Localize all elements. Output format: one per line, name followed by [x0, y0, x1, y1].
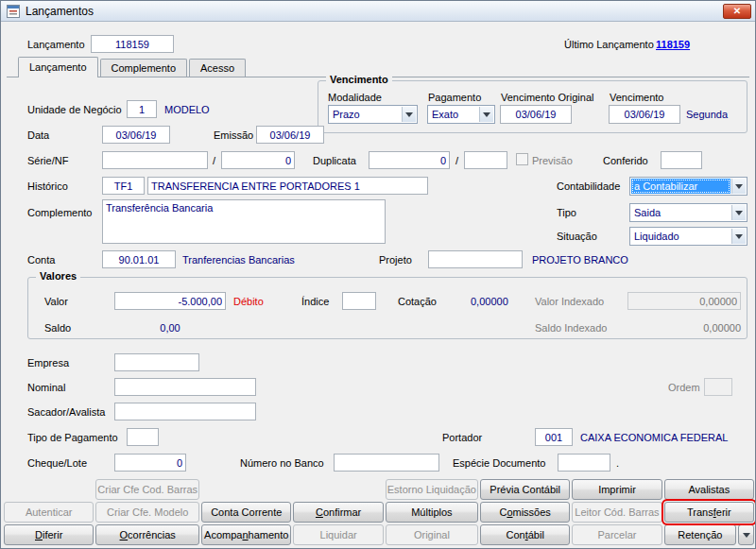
pagamento-combobox[interactable]: Exato: [427, 105, 495, 124]
situacao-label: Situação: [557, 231, 597, 242]
conta-input[interactable]: [102, 250, 176, 268]
tipo-pagamento-input[interactable]: [127, 428, 159, 446]
pagamento-dropdown-icon[interactable]: [479, 107, 493, 122]
complemento-label: Complemento: [27, 207, 92, 218]
cotacao-label: Cotação: [398, 296, 437, 307]
serie-nf-input2[interactable]: [221, 151, 295, 169]
valor-debito-flag: Débito: [233, 296, 264, 307]
situacao-combobox[interactable]: Liquidado: [629, 227, 747, 246]
especie-documento-input[interactable]: [558, 454, 610, 472]
tab-complemento[interactable]: Complemento: [100, 59, 187, 77]
historico-desc-input[interactable]: [147, 177, 428, 195]
saldo-label: Saldo: [44, 322, 71, 334]
vencimento-original-input[interactable]: [500, 105, 572, 124]
tab-acesso-label: Acesso: [200, 62, 234, 74]
empty-button-cell: [201, 479, 291, 500]
emissao-input[interactable]: [256, 126, 324, 144]
button-diferir[interactable]: Diferir: [4, 524, 94, 545]
vencimento-group-title: Vencimento: [326, 74, 392, 85]
button-conta-corrente[interactable]: Conta Corrente: [201, 502, 291, 523]
modalidade-dropdown-icon[interactable]: [402, 107, 416, 122]
conta-desc: Tranferencias Bancarias: [182, 254, 295, 266]
valor-input[interactable]: [114, 292, 226, 310]
serie-nf-separator: /: [213, 155, 215, 166]
ultimo-lancamento-label: Último Lançamento: [564, 39, 654, 50]
saldo-indexado-label: Saldo Indexado: [535, 322, 607, 334]
serie-nf-input[interactable]: [102, 151, 208, 169]
numero-banco-label: Número no Banco: [240, 457, 324, 469]
complemento-textarea[interactable]: Transferência Bancaria: [102, 199, 386, 244]
cheque-lote-input[interactable]: [114, 454, 186, 472]
button-original: Original: [386, 524, 478, 545]
tab-acesso[interactable]: Acesso: [189, 59, 246, 77]
empty-button-cell: [4, 479, 94, 500]
sacador-avalista-input[interactable]: [114, 403, 256, 420]
saldo-indexado-value: 0,00000: [627, 322, 741, 334]
valores-group-title: Valores: [36, 270, 80, 282]
indice-label: Índice: [301, 296, 329, 307]
window-icon: [7, 5, 20, 18]
button-contabil[interactable]: Contábil: [480, 524, 570, 545]
tab-complemento-label: Complemento: [112, 62, 176, 74]
contabilidade-value: a Contabilizar: [631, 179, 730, 194]
portador-label: Portador: [442, 432, 482, 443]
contabilidade-combobox[interactable]: a Contabilizar: [629, 177, 747, 196]
situacao-dropdown-icon[interactable]: [731, 229, 746, 244]
button-previa-contabil[interactable]: Prévia Contábil: [480, 479, 570, 500]
tipo-combobox[interactable]: Saida: [629, 203, 747, 222]
button-imprimir[interactable]: Imprimir: [572, 479, 662, 500]
duplicata-input[interactable]: [369, 151, 450, 169]
tipo-dropdown-icon[interactable]: [731, 205, 746, 220]
emissao-label: Emissão: [214, 129, 253, 141]
button-confirmar[interactable]: Confirmar: [293, 502, 383, 523]
data-input[interactable]: [102, 126, 170, 144]
unidade-negocio-input[interactable]: [127, 100, 157, 118]
modalidade-value: Prazo: [330, 107, 401, 122]
empresa-label: Empresa: [27, 357, 69, 369]
portador-desc: CAIXA ECONOMICA FEDERAL: [580, 432, 728, 443]
button-ocorrencias[interactable]: Ocorrências: [95, 524, 199, 545]
lancamento-number-input[interactable]: [91, 35, 174, 53]
historico-label: Histórico: [27, 180, 68, 192]
valor-indexado-input: [627, 292, 741, 310]
button-retencao[interactable]: Retenção: [664, 524, 736, 545]
numero-banco-input[interactable]: [334, 454, 439, 472]
tab-lancamento-label: Lançamento: [29, 61, 87, 73]
duplicata-label: Duplicata: [313, 155, 356, 166]
valor-indexado-label: Valor Indexado: [535, 296, 604, 307]
tipo-label: Tipo: [557, 207, 576, 218]
button-multiplos[interactable]: Múltiplos: [386, 502, 478, 523]
button-avalistas[interactable]: Avalistas: [664, 479, 754, 500]
projeto-input[interactable]: [428, 250, 523, 268]
unidade-negocio-desc: MODELO: [164, 104, 210, 115]
historico-code-input[interactable]: [102, 177, 145, 195]
contabilidade-dropdown-icon[interactable]: [731, 179, 746, 194]
button-criar-cfe-cod-barras: Criar Cfe Cod. Barras: [95, 479, 199, 500]
button-criar-cfe-modelo: Criar Cfe. Modelo: [95, 502, 199, 523]
button-comissoes[interactable]: Comissões: [480, 502, 570, 523]
portador-input[interactable]: [535, 428, 573, 446]
empty-button-cell: [293, 479, 383, 500]
modalidade-combobox[interactable]: Prazo: [328, 105, 418, 124]
button-retencao-dropdown-arrow-icon[interactable]: [738, 524, 754, 545]
button-acompanhamento[interactable]: Acompanhamento: [201, 524, 291, 545]
previsao-label: Previsão: [532, 155, 573, 166]
ultimo-lancamento-link[interactable]: 118159: [656, 39, 690, 50]
tab-lancamento[interactable]: Lançamento: [18, 57, 98, 77]
conferido-input[interactable]: [661, 151, 702, 169]
close-button[interactable]: ✕: [723, 4, 751, 19]
data-label: Data: [27, 129, 49, 141]
tab-strip: Lançamento Complemento Acesso: [18, 57, 246, 77]
duplicata-input2[interactable]: [464, 151, 507, 169]
empresa-input[interactable]: [114, 353, 199, 371]
ordem-input: [704, 378, 732, 396]
titlebar: Lançamentos ✕: [1, 1, 755, 22]
projeto-label: Projeto: [379, 254, 412, 266]
indice-input[interactable]: [342, 292, 376, 310]
vencimento-input[interactable]: [609, 105, 680, 124]
projeto-desc: PROJETO BRANCO: [532, 254, 628, 266]
nominal-input[interactable]: [114, 378, 256, 396]
saldo-value: 0,00: [114, 322, 226, 334]
tipo-pagamento-label: Tipo de Pagamento: [27, 432, 118, 443]
button-transferir[interactable]: Transferir: [664, 502, 754, 523]
